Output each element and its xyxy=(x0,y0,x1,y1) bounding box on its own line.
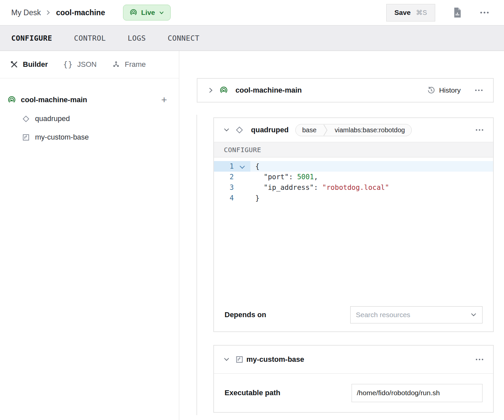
tree-root-label: cool-machine-main xyxy=(21,96,156,104)
ellipsis-icon xyxy=(475,358,484,361)
code-text: "port": 5001, xyxy=(250,172,318,182)
code-text: "ip_address": "robotdog.local" xyxy=(250,182,389,193)
code-line[interactable]: 3 "ip_address": "robotdog.local" xyxy=(214,182,493,193)
breadcrumb-machine-name: cool-machine xyxy=(56,8,105,17)
topbar-menu-button[interactable] xyxy=(480,11,489,14)
tab-control[interactable]: CONTROL xyxy=(74,34,106,42)
ellipsis-icon xyxy=(475,89,483,92)
module-icon xyxy=(22,133,30,142)
code-text: { xyxy=(250,161,260,172)
module-icon xyxy=(235,355,244,364)
breadcrumb-chevron-icon xyxy=(45,10,51,16)
chevron-down-icon xyxy=(159,10,164,16)
view-builder[interactable]: Builder xyxy=(10,60,48,69)
live-status-dropdown[interactable]: Live xyxy=(123,5,171,21)
quadruped-card: quadruped base viamlabs:base:robotdog CO… xyxy=(213,117,494,332)
tree-child-label: quadruped xyxy=(35,114,70,123)
fold-spacer xyxy=(236,193,250,203)
stats-file-icon xyxy=(452,7,462,18)
breadcrumb-location[interactable]: My Desk xyxy=(11,8,41,17)
code-text: } xyxy=(250,193,260,203)
depends-on-dropdown[interactable] xyxy=(350,306,483,323)
component-icon xyxy=(235,126,244,134)
machine-part-title: cool-machine-main xyxy=(235,86,302,95)
tree-connector-line xyxy=(196,115,197,415)
code-line[interactable]: 2 "port": 5001, xyxy=(214,172,493,182)
quadruped-menu-button[interactable] xyxy=(475,129,484,131)
fold-chevron-icon[interactable] xyxy=(236,161,250,172)
chevron-down-icon[interactable] xyxy=(223,356,230,363)
my-custom-base-card-header: my-custom-base xyxy=(214,346,493,374)
topbar: My Desk cool-machine Live Save ⌘S xyxy=(0,0,504,25)
curly-braces-icon: {} xyxy=(63,60,73,69)
chevron-right-icon[interactable] xyxy=(207,87,214,94)
main-tabbar: CONFIGURE CONTROL LOGS CONNECT xyxy=(0,25,504,51)
fold-spacer xyxy=(236,182,250,193)
badge-divider-chevron-icon xyxy=(323,124,328,136)
tab-logs[interactable]: LOGS xyxy=(128,34,146,42)
save-button[interactable]: Save ⌘S xyxy=(386,4,435,21)
my-custom-base-menu-button[interactable] xyxy=(475,358,484,361)
line-number: 4 xyxy=(214,193,236,203)
configure-section-header: CONFIGURE xyxy=(214,142,493,157)
line-number: 3 xyxy=(214,182,236,193)
line-number: 2 xyxy=(214,172,236,182)
view-builder-label: Builder xyxy=(23,60,48,69)
resource-type-badge: base viamlabs:base:robotdog xyxy=(295,124,412,136)
tree-item-quadruped[interactable]: quadruped xyxy=(0,109,179,128)
config-main-pane: cool-machine-main History xyxy=(179,51,504,420)
builder-tools-icon xyxy=(10,60,19,69)
config-view-switcher: Builder {} JSON Frame xyxy=(0,51,179,78)
live-icon xyxy=(129,9,138,17)
badge-type: base xyxy=(296,126,323,134)
code-editor[interactable]: 1{2 "port": 5001,3 "ip_address": "robotd… xyxy=(214,157,493,298)
tab-connect[interactable]: CONNECT xyxy=(168,34,199,42)
history-label: History xyxy=(439,86,461,94)
view-json-label: JSON xyxy=(77,60,97,69)
machine-part-icon xyxy=(7,96,16,105)
machine-stats-button[interactable] xyxy=(452,7,462,18)
view-json[interactable]: {} JSON xyxy=(63,60,97,69)
search-resources-input[interactable] xyxy=(356,311,470,319)
my-custom-base-card: my-custom-base Executable path xyxy=(213,345,494,413)
executable-path-input[interactable] xyxy=(352,384,483,402)
code-line[interactable]: 1{ xyxy=(214,161,493,172)
config-sidebar: Builder {} JSON Frame xyxy=(0,51,179,420)
add-resource-button[interactable]: + xyxy=(161,95,167,105)
viam-app: My Desk cool-machine Live Save ⌘S xyxy=(0,0,504,420)
configure-section-label: CONFIGURE xyxy=(224,146,261,154)
depends-on-row: Depends on xyxy=(214,298,493,331)
tree-item-machine-part[interactable]: cool-machine-main + xyxy=(0,90,179,109)
my-custom-base-card-body: Executable path xyxy=(214,374,493,412)
chevron-down-icon xyxy=(470,312,477,318)
executable-path-label: Executable path xyxy=(225,389,280,397)
tree-item-my-custom-base[interactable]: my-custom-base xyxy=(0,128,179,147)
quadruped-title: quadruped xyxy=(251,126,289,134)
live-status-label: Live xyxy=(141,9,155,17)
view-frame-label: Frame xyxy=(125,60,146,69)
my-custom-base-title: my-custom-base xyxy=(246,355,304,364)
quadruped-card-header: quadruped base viamlabs:base:robotdog xyxy=(214,118,493,142)
badge-model: viamlabs:base:robotdog xyxy=(328,126,411,134)
frame-axes-icon xyxy=(112,60,120,69)
machine-part-card: cool-machine-main History xyxy=(197,78,494,103)
ellipsis-icon xyxy=(480,11,489,14)
component-icon xyxy=(22,115,30,123)
chevron-down-icon[interactable] xyxy=(223,127,230,133)
tab-configure[interactable]: CONFIGURE xyxy=(11,34,52,42)
code-line[interactable]: 4} xyxy=(214,193,493,203)
view-frame[interactable]: Frame xyxy=(112,60,146,69)
depends-on-label: Depends on xyxy=(225,311,266,319)
history-icon xyxy=(427,86,436,95)
fold-spacer xyxy=(236,172,250,182)
save-label: Save xyxy=(395,9,411,17)
machine-part-menu-button[interactable] xyxy=(475,89,483,92)
line-number: 1 xyxy=(214,161,236,172)
machine-part-icon xyxy=(219,86,228,95)
ellipsis-icon xyxy=(475,129,484,131)
tree-child-label: my-custom-base xyxy=(35,133,89,142)
resource-tree: cool-machine-main + quadruped my-cus xyxy=(0,78,179,147)
history-button[interactable]: History xyxy=(427,86,461,95)
save-shortcut: ⌘S xyxy=(416,9,427,17)
